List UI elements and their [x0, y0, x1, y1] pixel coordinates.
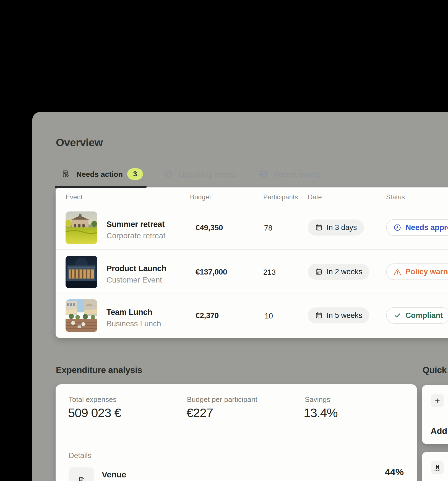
event-thumbnail-villa [66, 211, 97, 244]
event-budget: €137,000 [196, 268, 227, 276]
column-header-date: Date [308, 193, 322, 201]
venue-icon-tile [69, 467, 94, 481]
event-title: Product Launch [106, 264, 166, 273]
status-label: Needs approval [405, 223, 448, 232]
event-title: Team Lunch [106, 308, 152, 317]
details-heading: Details [69, 451, 92, 460]
page-title: Overview [56, 137, 103, 149]
tab-upcoming-events-label[interactable]: Upcoming events [179, 170, 237, 179]
event-participants: 10 [265, 312, 273, 320]
stat-savings-value: 13.4% [304, 406, 338, 420]
warning-triangle-icon [393, 268, 402, 276]
header-divider [56, 205, 448, 205]
tab-needs-action[interactable] [61, 169, 70, 179]
needs-action-count-badge: 3 [127, 168, 143, 180]
stat-total-expenses-label: Total expenses [69, 395, 116, 404]
calendar-icon [315, 223, 323, 232]
event-participants: 78 [264, 224, 272, 232]
date-chip: In 3 days [308, 219, 364, 236]
stat-budget-per-participant-label: Budget per participant [187, 395, 257, 404]
detail-item-label: Venue [102, 470, 126, 479]
status-badge-compliant[interactable]: Compliant [386, 307, 448, 324]
document-clock-icon [61, 169, 70, 178]
tab-needs-action-label[interactable]: Needs action [76, 170, 123, 179]
stat-total-expenses-value: 509 023 € [68, 406, 121, 420]
column-header-status: Status [386, 193, 405, 201]
pool-ladder-icon [433, 464, 442, 472]
date-chip-label: In 5 weeks [327, 311, 362, 320]
tab-upcoming-events[interactable] [164, 169, 173, 179]
column-header-event: Event [66, 193, 82, 201]
event-thumbnail-night-facade [66, 256, 97, 288]
plus-icon: + [435, 396, 440, 406]
event-budget: €49,350 [196, 223, 223, 232]
pool-action-button[interactable] [431, 461, 444, 474]
event-thumbnail-terrace [66, 299, 97, 332]
event-budget: €2,370 [196, 311, 219, 320]
stat-budget-per-participant-value: €227 [186, 406, 213, 420]
date-chip-label: In 2 weeks [327, 268, 362, 276]
quick-actions-heading: Quick actions [423, 365, 448, 375]
add-event-label: Add event [431, 426, 448, 436]
event-subtitle: Customer Event [106, 276, 162, 284]
add-event-button[interactable]: + [431, 394, 444, 407]
detail-item-amount: 226 000€ [357, 479, 404, 481]
pending-clock-icon [393, 223, 402, 232]
event-participants: 213 [263, 268, 276, 277]
venue-icon [76, 474, 87, 481]
check-icon [393, 311, 402, 320]
event-subtitle: Corporate retreat [106, 231, 165, 240]
calendar-icon [315, 268, 323, 276]
tab-recent-events-label[interactable]: Recent events [273, 170, 321, 179]
column-header-participants: Participants [263, 193, 298, 201]
event-subtitle: Business Lunch [106, 319, 161, 328]
date-chip: In 2 weeks [308, 264, 369, 280]
stat-savings-label: Savings [305, 395, 330, 404]
calendar-icon [315, 311, 323, 320]
event-title: Summer retreat [106, 220, 165, 229]
status-label: Compliant [405, 311, 443, 320]
row-divider [56, 249, 448, 250]
status-badge-policy-warning[interactable]: Policy warning [386, 263, 448, 280]
check-circle-icon [259, 169, 268, 178]
active-tab-indicator [55, 186, 147, 188]
status-badge-needs-approval[interactable]: Needs approval [386, 219, 448, 236]
date-chip-label: In 3 days [327, 223, 357, 232]
row-divider [56, 294, 448, 294]
status-label: Policy warning [405, 267, 448, 276]
clock-icon [164, 169, 173, 178]
expenditure-divider [69, 437, 404, 437]
expenditure-heading: Expenditure analysis [56, 365, 142, 375]
column-header-budget: Budget [190, 193, 211, 201]
date-chip: In 5 weeks [308, 307, 369, 323]
tab-recent-events[interactable] [259, 169, 268, 179]
detail-item-percent: 44% [357, 467, 404, 477]
